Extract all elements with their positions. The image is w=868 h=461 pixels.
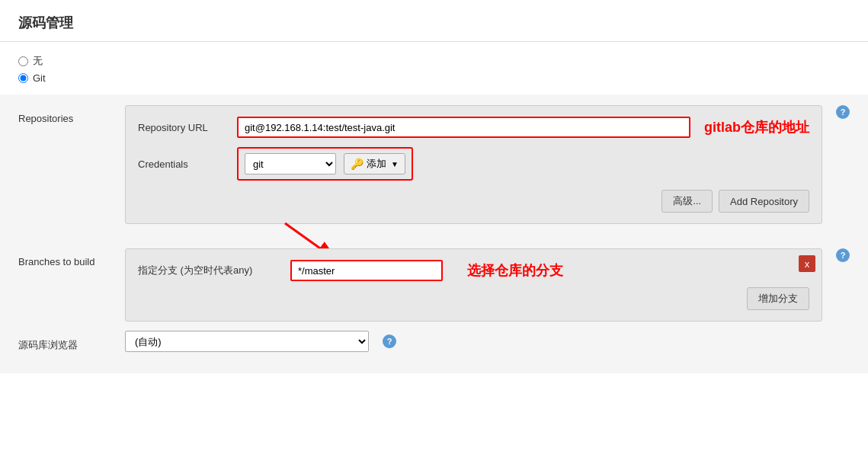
credentials-row: Credentials git 🔑 添加 ▼ <box>138 147 809 181</box>
page-container: 源码管理 无 Git Repositories Repository URL <box>0 0 868 461</box>
repositories-inner: Repository URL gitlab仓库的地址 Credentials <box>125 105 850 224</box>
repo-url-row: Repository URL gitlab仓库的地址 <box>138 117 809 138</box>
add-repository-button[interactable]: Add Repository <box>719 190 809 213</box>
radio-none-item: 无 <box>18 54 868 68</box>
branches-label: Branches to build <box>18 248 125 267</box>
credentials-label: Credentials <box>138 158 237 170</box>
branches-inner: x 指定分支 (为空时代表any) 选择仓库的分支 增加分支 ? <box>125 248 850 322</box>
branches-section: Branches to build x 指定分支 (为空时代表any) 选择仓库… <box>18 248 850 322</box>
repo-url-annotation: gitlab仓库的地址 <box>704 118 809 136</box>
branch-input[interactable] <box>290 260 443 281</box>
advanced-button[interactable]: 高级... <box>661 190 713 213</box>
credentials-inner-box: git 🔑 添加 ▼ <box>237 147 413 181</box>
add-credentials-button[interactable]: 🔑 添加 ▼ <box>344 153 405 174</box>
repo-url-label: Repository URL <box>138 122 237 133</box>
dropdown-arrow-icon: ▼ <box>391 160 399 168</box>
repositories-section: Repositories Repository URL gitlab仓库的地址 <box>18 105 850 224</box>
branch-annotation: 选择仓库的分支 <box>467 261 563 280</box>
source-browser-help-icon[interactable]: ? <box>383 335 396 348</box>
branch-field-label: 指定分支 (为空时代表any) <box>138 264 290 277</box>
radio-group: 无 Git <box>0 42 868 94</box>
radio-git-label: Git <box>33 72 46 84</box>
credentials-select[interactable]: git <box>245 153 336 174</box>
key-icon: 🔑 <box>351 158 364 170</box>
branch-form-row: 指定分支 (为空时代表any) 选择仓库的分支 <box>138 260 809 281</box>
repo-url-input[interactable] <box>237 117 690 138</box>
radio-none[interactable] <box>18 56 28 66</box>
repositories-help-icon[interactable]: ? <box>836 105 850 119</box>
repositories-box: Repository URL gitlab仓库的地址 Credentials <box>125 105 822 224</box>
source-browser-section: 源码库浏览器 (自动) ? <box>18 331 850 352</box>
radio-git-item: Git <box>18 72 868 84</box>
source-browser-select[interactable]: (自动) <box>125 331 369 352</box>
radio-git[interactable] <box>18 73 28 83</box>
add-branch-button[interactable]: 增加分支 <box>747 287 809 310</box>
source-browser-label: 源码库浏览器 <box>18 331 125 352</box>
repositories-label: Repositories <box>18 105 125 124</box>
branch-buttons-group: 增加分支 <box>138 287 809 310</box>
remove-branch-button[interactable]: x <box>799 255 815 272</box>
repo-buttons-group: 高级... Add Repository <box>138 190 809 213</box>
branches-box: x 指定分支 (为空时代表any) 选择仓库的分支 增加分支 <box>125 248 822 322</box>
radio-none-label: 无 <box>33 54 43 68</box>
page-title: 源码管理 <box>0 0 868 42</box>
add-btn-label: 添加 <box>367 157 386 171</box>
